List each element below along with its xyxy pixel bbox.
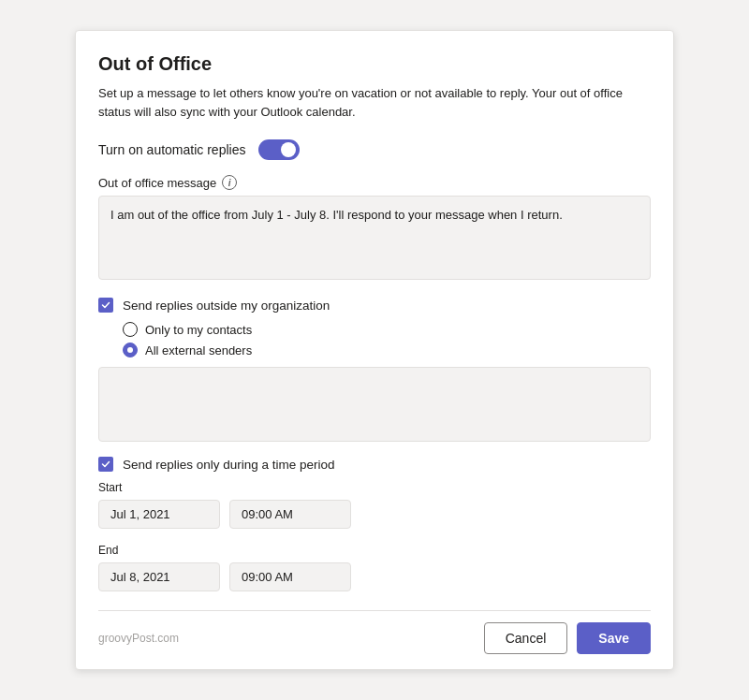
- dialog-footer: groovyPost.com Cancel Save: [98, 610, 651, 654]
- automatic-replies-toggle[interactable]: [258, 139, 300, 160]
- start-label: Start: [98, 481, 651, 494]
- start-time-input[interactable]: 09:00 AM: [229, 500, 351, 529]
- end-time-input[interactable]: 09:00 AM: [229, 562, 351, 591]
- external-message-input-area[interactable]: [98, 367, 651, 442]
- radio-contacts[interactable]: [123, 322, 138, 337]
- radio-all-label: All external senders: [145, 343, 252, 357]
- start-date-input[interactable]: Jul 1, 2021: [98, 500, 220, 529]
- end-fields: Jul 8, 2021 09:00 AM: [98, 562, 651, 591]
- out-of-office-dialog: Out of Office Set up a message to let ot…: [75, 30, 674, 670]
- end-section: End Jul 8, 2021 09:00 AM: [98, 544, 651, 591]
- save-button[interactable]: Save: [577, 622, 651, 654]
- footer-buttons: Cancel Save: [484, 622, 651, 654]
- send-outside-label: Send replies outside my organization: [123, 299, 330, 313]
- message-info-icon[interactable]: i: [222, 175, 237, 190]
- brand-label: groovyPost.com: [98, 632, 179, 645]
- radio-all[interactable]: [123, 343, 138, 357]
- external-senders-radio-group: Only to my contacts All external senders: [123, 322, 651, 357]
- message-section-label: Out of office message i: [98, 175, 651, 190]
- radio-contacts-row: Only to my contacts: [123, 322, 651, 337]
- out-of-office-message-input[interactable]: I am out of the office from July 1 - Jul…: [98, 196, 651, 280]
- time-period-checkbox[interactable]: [98, 457, 113, 472]
- end-label: End: [98, 544, 651, 557]
- send-outside-checkbox[interactable]: [98, 298, 113, 313]
- radio-all-row: All external senders: [123, 343, 651, 357]
- start-fields: Jul 1, 2021 09:00 AM: [98, 500, 651, 529]
- time-period-row: Send replies only during a time period: [98, 457, 651, 472]
- end-date-input[interactable]: Jul 8, 2021: [98, 562, 220, 591]
- start-section: Start Jul 1, 2021 09:00 AM: [98, 481, 651, 529]
- cancel-button[interactable]: Cancel: [484, 622, 568, 654]
- toggle-row: Turn on automatic replies: [98, 139, 651, 160]
- send-outside-row: Send replies outside my organization: [98, 298, 651, 313]
- dialog-description: Set up a message to let others know you'…: [98, 84, 651, 121]
- radio-contacts-label: Only to my contacts: [145, 323, 252, 337]
- dialog-title: Out of Office: [98, 53, 651, 75]
- time-period-label: Send replies only during a time period: [123, 458, 335, 472]
- toggle-label: Turn on automatic replies: [98, 142, 245, 157]
